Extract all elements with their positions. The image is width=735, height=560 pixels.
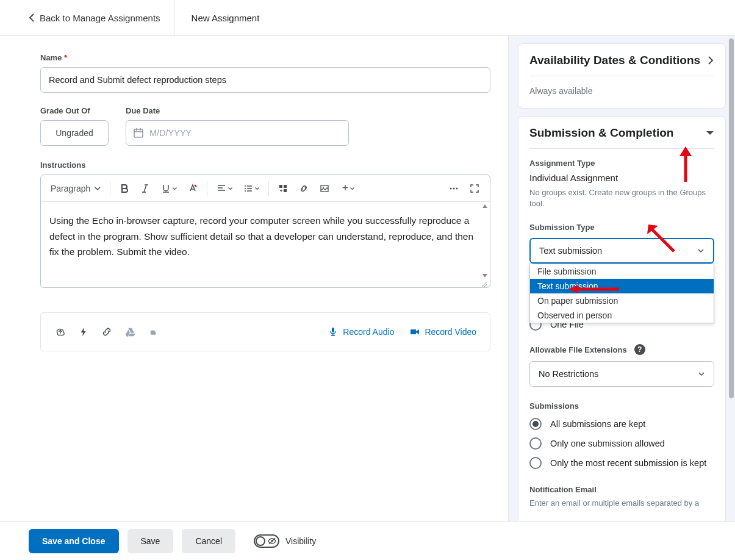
availability-title: Availability Dates & Conditions <box>529 54 700 67</box>
svg-point-23 <box>456 187 458 189</box>
back-link[interactable]: Back to Manage Assignments <box>29 0 174 35</box>
svg-rect-0 <box>134 129 143 137</box>
toolbar-separator <box>207 181 207 196</box>
chevron-down-icon <box>254 184 260 193</box>
eye-off-icon <box>267 536 277 548</box>
required-star: * <box>64 53 67 62</box>
due-date-placeholder: M/D/YYYY <box>149 128 192 138</box>
submission-title: Submission & Completion <box>529 126 673 140</box>
toolbar-separator <box>268 181 269 196</box>
align-button[interactable] <box>212 179 237 198</box>
notification-email-label: Notification Email <box>529 485 714 494</box>
submission-type-select[interactable]: Text submission <box>529 238 714 264</box>
quicklink-icon[interactable] <box>77 326 90 338</box>
submissions-recent-radio[interactable]: Only the most recent submission is kept <box>529 457 714 469</box>
list-button[interactable] <box>239 179 264 198</box>
main-area: Name * Grade Out Of Ungraded Due Date M/… <box>0 36 735 521</box>
page-title: New Assignment <box>174 13 260 23</box>
insert-image-button[interactable] <box>315 179 334 198</box>
rich-text-editor: Paragraph + <box>40 174 490 288</box>
record-video-link[interactable]: Record Video <box>410 327 476 337</box>
chevron-down-icon <box>697 247 705 254</box>
footer-bar: Save and Close Save Cancel Visibility <box>0 521 735 560</box>
grade-input[interactable]: Ungraded <box>40 120 109 146</box>
insert-stuff-button[interactable] <box>274 179 292 198</box>
chevron-down-icon <box>172 184 177 193</box>
svg-rect-24 <box>332 328 334 332</box>
video-icon <box>410 327 420 337</box>
annotation-arrow-collapse <box>678 145 693 182</box>
annotation-arrow-select <box>644 221 678 255</box>
editor-resize-handle[interactable] <box>41 280 490 287</box>
assignment-type-help: No groups exist. Create new groups in th… <box>529 187 714 209</box>
availability-subtitle: Always available <box>529 86 714 96</box>
dropdown-option-observed[interactable]: Observed in person <box>530 308 714 323</box>
toggle-knob <box>255 536 266 547</box>
save-button[interactable]: Save <box>127 529 174 553</box>
svg-point-12 <box>245 190 246 192</box>
dropdown-option-text[interactable]: Text submission <box>530 279 714 293</box>
chevron-down-icon <box>698 370 705 378</box>
grade-label: Grade Out Of <box>40 106 109 115</box>
chevron-left-icon <box>29 13 35 22</box>
resize-icon <box>480 280 487 287</box>
paragraph-style-dropdown[interactable]: Paragraph <box>47 181 105 196</box>
name-input[interactable] <box>40 67 490 93</box>
italic-button[interactable] <box>136 179 154 198</box>
header-bar: Back to Manage Assignments New Assignmen… <box>0 0 735 36</box>
fullscreen-button[interactable] <box>465 179 484 198</box>
chevron-down-icon <box>350 184 355 193</box>
attachment-bar: Record Audio Record Video <box>40 312 490 351</box>
expand-icon[interactable] <box>707 56 714 65</box>
onedrive-icon[interactable] <box>147 326 159 338</box>
radio-icon <box>529 418 542 430</box>
svg-point-20 <box>323 187 324 188</box>
editor-scroll-down[interactable] <box>481 273 489 279</box>
cancel-button[interactable]: Cancel <box>182 529 235 553</box>
file-extensions-label: Allowable File Extensions <box>529 345 627 354</box>
instructions-label: Instructions <box>40 160 490 170</box>
bold-button[interactable] <box>115 179 134 198</box>
insert-link-button[interactable] <box>295 179 313 198</box>
record-audio-link[interactable]: Record Audio <box>328 327 394 337</box>
side-panel: Availability Dates & Conditions Always a… <box>508 36 735 521</box>
editor-body[interactable]: Using the Echo in-browser capture, recor… <box>41 202 490 280</box>
submissions-one-radio[interactable]: Only one submission allowed <box>529 437 714 450</box>
chevron-down-icon <box>228 184 233 193</box>
submission-panel: Submission & Completion Assignment Type … <box>518 116 726 521</box>
link-icon[interactable] <box>101 326 113 338</box>
underline-button[interactable] <box>157 179 181 198</box>
svg-point-10 <box>245 185 246 187</box>
submission-type-label: Submission Type <box>529 223 714 232</box>
visibility-label: Visibility <box>285 536 316 546</box>
svg-point-21 <box>450 187 452 189</box>
name-label: Name * <box>40 53 490 62</box>
submissions-all-radio[interactable]: All submissions are kept <box>529 418 714 430</box>
svg-rect-16 <box>279 185 282 188</box>
file-extensions-select[interactable]: No Restrictions <box>529 361 714 387</box>
svg-rect-17 <box>284 185 287 188</box>
collapse-icon[interactable] <box>706 130 714 136</box>
insert-more-button[interactable]: + <box>336 179 360 198</box>
due-date-input[interactable]: M/D/YYYY <box>126 120 349 146</box>
back-label: Back to Manage Assignments <box>40 13 160 23</box>
radio-icon <box>529 457 542 469</box>
svg-point-22 <box>453 187 455 189</box>
dropdown-option-paper[interactable]: On paper submission <box>530 293 714 308</box>
notification-email-help: Enter an email or multiple emails separa… <box>529 498 714 509</box>
upload-icon[interactable] <box>54 326 66 338</box>
google-drive-icon[interactable] <box>124 326 136 338</box>
submissions-label: Submissions <box>529 401 714 411</box>
scrollbar-thumb[interactable] <box>729 38 734 398</box>
more-actions-button[interactable] <box>445 179 463 198</box>
svg-rect-18 <box>284 189 287 192</box>
toggle-pill <box>254 534 279 548</box>
visibility-toggle[interactable]: Visibility <box>254 534 316 548</box>
text-color-button[interactable] <box>184 179 202 198</box>
help-icon[interactable]: ? <box>634 344 645 355</box>
toolbar-separator <box>110 181 110 196</box>
dropdown-option-file[interactable]: File submission <box>530 264 714 279</box>
svg-point-11 <box>245 188 246 189</box>
save-and-close-button[interactable]: Save and Close <box>29 529 119 553</box>
editor-scroll-up[interactable] <box>481 203 489 209</box>
